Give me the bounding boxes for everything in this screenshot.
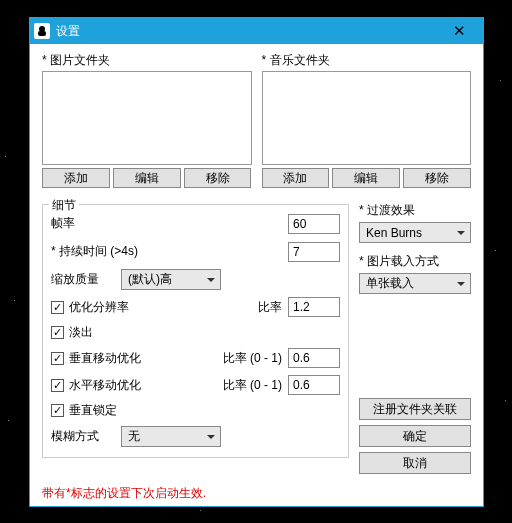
hmove-label: 水平移动优化 [69, 377, 141, 394]
image-edit-button[interactable]: 编辑 [113, 168, 181, 188]
cancel-button[interactable]: 取消 [359, 452, 471, 474]
vratio-input[interactable] [288, 348, 340, 368]
music-edit-button[interactable]: 编辑 [332, 168, 400, 188]
music-add-button[interactable]: 添加 [262, 168, 330, 188]
hratio-input[interactable] [288, 375, 340, 395]
image-remove-button[interactable]: 移除 [184, 168, 252, 188]
blur-mode-label: 模糊方式 [51, 428, 121, 445]
image-add-button[interactable]: 添加 [42, 168, 110, 188]
music-folder-list[interactable] [262, 71, 472, 165]
svg-rect-1 [38, 31, 46, 36]
close-button[interactable]: ✕ [439, 18, 479, 44]
register-assoc-button[interactable]: 注册文件夹关联 [359, 398, 471, 420]
fade-out-checkbox[interactable] [51, 326, 64, 339]
blur-mode-select[interactable]: 无 [121, 426, 221, 447]
duration-input[interactable] [288, 242, 340, 262]
music-remove-button[interactable]: 移除 [403, 168, 471, 188]
ok-button[interactable]: 确定 [359, 425, 471, 447]
duration-label: * 持续时间 (>4s) [51, 243, 151, 260]
hratio-label: 比率 (0 - 1) [223, 377, 282, 394]
image-folder-group: * 图片文件夹 添加 编辑 移除 [42, 52, 252, 188]
vratio-label: 比率 (0 - 1) [223, 350, 282, 367]
vlock-checkbox[interactable] [51, 404, 64, 417]
settings-window: 设置 ✕ * 图片文件夹 添加 编辑 移除 * 音乐文件夹 添加 编辑 移除 [29, 17, 484, 507]
ratio-label: 比率 [258, 299, 282, 316]
zoom-quality-select[interactable]: (默认)高 [121, 269, 221, 290]
vmove-checkbox[interactable] [51, 352, 64, 365]
app-icon [34, 23, 50, 39]
transition-label: * 过渡效果 [359, 202, 471, 219]
right-column: * 过渡效果 Ken Burns * 图片载入方式 单张载入 注册文件夹关联 确… [359, 198, 471, 479]
load-mode-select[interactable]: 单张载入 [359, 273, 471, 294]
vmove-label: 垂直移动优化 [69, 350, 141, 367]
image-folder-list[interactable] [42, 71, 252, 165]
music-folder-label: * 音乐文件夹 [262, 52, 472, 69]
vlock-label: 垂直锁定 [69, 402, 117, 419]
titlebar: 设置 ✕ [30, 18, 483, 44]
details-fieldset: 细节 帧率 * 持续时间 (>4s) 缩放质量 (默认 [42, 204, 349, 458]
window-title: 设置 [56, 23, 439, 40]
zoom-quality-label: 缩放质量 [51, 271, 121, 288]
framerate-label: 帧率 [51, 215, 151, 232]
load-mode-label: * 图片载入方式 [359, 253, 471, 270]
opt-resolution-label: 优化分辨率 [69, 299, 129, 316]
framerate-input[interactable] [288, 214, 340, 234]
ratio-input[interactable] [288, 297, 340, 317]
footer-note: 带有*标志的设置下次启动生效. [42, 485, 471, 502]
fade-out-label: 淡出 [69, 324, 93, 341]
opt-resolution-checkbox[interactable] [51, 301, 64, 314]
music-folder-group: * 音乐文件夹 添加 编辑 移除 [262, 52, 472, 188]
transition-select[interactable]: Ken Burns [359, 222, 471, 243]
content-area: * 图片文件夹 添加 编辑 移除 * 音乐文件夹 添加 编辑 移除 [30, 44, 483, 506]
details-legend: 细节 [49, 197, 79, 214]
image-folder-label: * 图片文件夹 [42, 52, 252, 69]
hmove-checkbox[interactable] [51, 379, 64, 392]
